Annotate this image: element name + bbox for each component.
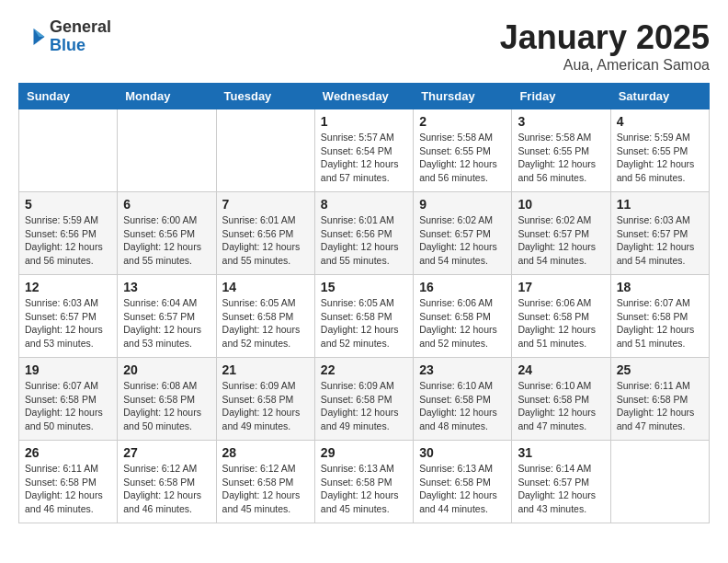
day-info: Sunrise: 6:09 AM Sunset: 6:58 PM Dayligh… [222,379,309,433]
day-info: Sunrise: 6:12 AM Sunset: 6:58 PM Dayligh… [123,462,210,516]
table-cell: 21Sunrise: 6:09 AM Sunset: 6:58 PM Dayli… [216,358,314,441]
table-cell: 13Sunrise: 6:04 AM Sunset: 6:57 PM Dayli… [118,275,216,358]
day-number: 17 [518,280,604,294]
table-cell: 31Sunrise: 6:14 AM Sunset: 6:57 PM Dayli… [512,441,610,523]
day-number: 10 [518,197,604,212]
table-cell: 23Sunrise: 6:10 AM Sunset: 6:58 PM Dayli… [414,358,512,441]
day-info: Sunrise: 6:10 AM Sunset: 6:58 PM Dayligh… [419,379,506,433]
day-info: Sunrise: 6:03 AM Sunset: 6:57 PM Dayligh… [25,296,111,350]
day-info: Sunrise: 6:07 AM Sunset: 6:58 PM Dayligh… [25,379,111,433]
table-cell: 18Sunrise: 6:07 AM Sunset: 6:58 PM Dayli… [610,275,709,358]
col-friday: Friday [512,84,610,109]
logo-text: General Blue [50,18,111,55]
day-number: 9 [419,197,506,212]
page-header: General Blue January 2025 Aua, American … [18,18,710,74]
table-cell: 15Sunrise: 6:05 AM Sunset: 6:58 PM Dayli… [314,275,413,358]
table-cell: 7Sunrise: 6:01 AM Sunset: 6:56 PM Daylig… [216,192,314,275]
table-cell: 4Sunrise: 5:59 AM Sunset: 6:55 PM Daylig… [610,109,709,192]
table-cell: 19Sunrise: 6:07 AM Sunset: 6:58 PM Dayli… [19,358,118,441]
day-number: 25 [617,362,703,377]
day-info: Sunrise: 5:59 AM Sunset: 6:56 PM Dayligh… [25,213,111,268]
day-number: 2 [419,114,506,129]
day-info: Sunrise: 6:00 AM Sunset: 6:56 PM Dayligh… [123,213,210,268]
table-cell: 24Sunrise: 6:10 AM Sunset: 6:58 PM Dayli… [512,358,610,441]
col-monday: Monday [118,84,216,109]
logo-general: General [50,18,111,37]
calendar-body: 1Sunrise: 5:57 AM Sunset: 6:54 PM Daylig… [19,109,710,523]
day-info: Sunrise: 6:12 AM Sunset: 6:58 PM Dayligh… [222,462,309,516]
calendar-row: 19Sunrise: 6:07 AM Sunset: 6:58 PM Dayli… [19,358,710,441]
day-info: Sunrise: 5:58 AM Sunset: 6:55 PM Dayligh… [518,131,604,185]
table-cell: 5Sunrise: 5:59 AM Sunset: 6:56 PM Daylig… [19,192,118,275]
day-info: Sunrise: 6:11 AM Sunset: 6:58 PM Dayligh… [617,379,703,433]
day-number: 23 [419,362,506,377]
day-info: Sunrise: 6:11 AM Sunset: 6:58 PM Dayligh… [25,462,111,516]
day-info: Sunrise: 6:01 AM Sunset: 6:56 PM Dayligh… [321,213,407,268]
day-number: 19 [25,362,111,377]
table-cell: 30Sunrise: 6:13 AM Sunset: 6:58 PM Dayli… [414,441,512,523]
table-cell: 26Sunrise: 6:11 AM Sunset: 6:58 PM Dayli… [19,441,118,523]
col-thursday: Thursday [414,84,512,109]
table-cell: 29Sunrise: 6:13 AM Sunset: 6:58 PM Dayli… [314,441,413,523]
day-info: Sunrise: 6:02 AM Sunset: 6:57 PM Dayligh… [518,213,604,268]
day-info: Sunrise: 6:06 AM Sunset: 6:58 PM Dayligh… [419,296,506,350]
table-cell: 1Sunrise: 5:57 AM Sunset: 6:54 PM Daylig… [314,109,413,192]
table-cell: 25Sunrise: 6:11 AM Sunset: 6:58 PM Dayli… [610,358,709,441]
table-cell [610,441,709,523]
day-number: 5 [25,197,111,212]
day-number: 30 [419,445,506,460]
day-number: 13 [123,280,210,294]
day-number: 31 [518,445,604,460]
title-block: January 2025 Aua, American Samoa [500,18,710,74]
day-info: Sunrise: 6:13 AM Sunset: 6:58 PM Dayligh… [321,462,407,516]
day-number: 14 [222,280,309,294]
calendar-header: Sunday Monday Tuesday Wednesday Thursday… [19,84,710,109]
day-info: Sunrise: 6:10 AM Sunset: 6:58 PM Dayligh… [518,379,604,433]
day-number: 16 [419,280,506,294]
day-info: Sunrise: 6:13 AM Sunset: 6:58 PM Dayligh… [419,462,506,516]
calendar-subtitle: Aua, American Samoa [500,57,710,74]
day-number: 21 [222,362,309,377]
table-cell: 8Sunrise: 6:01 AM Sunset: 6:56 PM Daylig… [314,192,413,275]
table-cell: 20Sunrise: 6:08 AM Sunset: 6:58 PM Dayli… [118,358,216,441]
day-number: 11 [617,197,703,212]
day-info: Sunrise: 6:04 AM Sunset: 6:57 PM Dayligh… [123,296,210,350]
day-number: 18 [617,280,703,294]
col-tuesday: Tuesday [216,84,314,109]
day-info: Sunrise: 6:06 AM Sunset: 6:58 PM Dayligh… [518,296,604,350]
calendar-row: 1Sunrise: 5:57 AM Sunset: 6:54 PM Daylig… [19,109,710,192]
table-cell: 14Sunrise: 6:05 AM Sunset: 6:58 PM Dayli… [216,275,314,358]
day-number: 27 [123,445,210,460]
day-number: 29 [321,445,407,460]
logo-icon [18,23,46,51]
logo-blue: Blue [50,37,111,55]
table-cell: 2Sunrise: 5:58 AM Sunset: 6:55 PM Daylig… [414,109,512,192]
col-saturday: Saturday [610,84,709,109]
day-info: Sunrise: 6:07 AM Sunset: 6:58 PM Dayligh… [617,296,703,350]
table-cell [19,109,118,192]
day-info: Sunrise: 6:14 AM Sunset: 6:57 PM Dayligh… [518,462,604,516]
table-cell: 6Sunrise: 6:00 AM Sunset: 6:56 PM Daylig… [118,192,216,275]
day-info: Sunrise: 6:02 AM Sunset: 6:57 PM Dayligh… [419,213,506,268]
table-cell: 28Sunrise: 6:12 AM Sunset: 6:58 PM Dayli… [216,441,314,523]
day-number: 3 [518,114,604,129]
day-number: 20 [123,362,210,377]
day-info: Sunrise: 6:09 AM Sunset: 6:58 PM Dayligh… [321,379,407,433]
table-cell [118,109,216,192]
table-cell: 27Sunrise: 6:12 AM Sunset: 6:58 PM Dayli… [118,441,216,523]
day-info: Sunrise: 5:58 AM Sunset: 6:55 PM Dayligh… [419,131,506,185]
calendar-row: 5Sunrise: 5:59 AM Sunset: 6:56 PM Daylig… [19,192,710,275]
table-cell: 22Sunrise: 6:09 AM Sunset: 6:58 PM Dayli… [314,358,413,441]
col-wednesday: Wednesday [314,84,413,109]
day-info: Sunrise: 6:05 AM Sunset: 6:58 PM Dayligh… [321,296,407,350]
day-number: 28 [222,445,309,460]
table-cell: 11Sunrise: 6:03 AM Sunset: 6:57 PM Dayli… [610,192,709,275]
logo: General Blue [18,18,111,55]
day-number: 15 [321,280,407,294]
table-cell: 3Sunrise: 5:58 AM Sunset: 6:55 PM Daylig… [512,109,610,192]
table-cell: 12Sunrise: 6:03 AM Sunset: 6:57 PM Dayli… [19,275,118,358]
day-number: 26 [25,445,111,460]
day-number: 1 [321,114,407,129]
day-number: 22 [321,362,407,377]
day-info: Sunrise: 6:08 AM Sunset: 6:58 PM Dayligh… [123,379,210,433]
